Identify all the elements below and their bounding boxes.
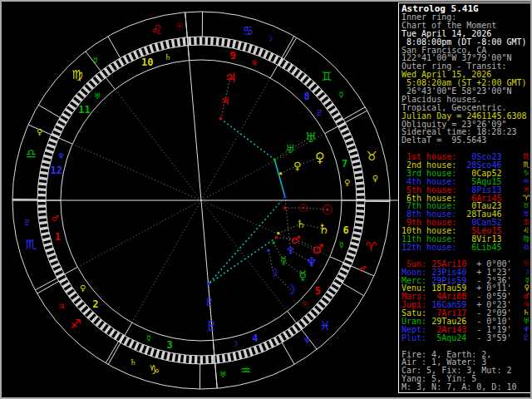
sign-glyph-aries: ♈ — [366, 239, 377, 254]
house-1-ruler-icon: ♂ — [52, 214, 59, 223]
sign-glyph-libra: ♎ — [26, 146, 37, 161]
sign-ruler-capricorn-icon: ♄ — [129, 357, 136, 367]
chart-info: Inner ring:Chart of the MomentTue April … — [401, 13, 532, 145]
aspect-line-jupiter-uranus — [220, 119, 274, 160]
mars-position-dot — [275, 236, 278, 239]
transit-venus-glyph: ♀ — [315, 150, 325, 165]
aspect-line-mars-pluto — [209, 238, 277, 284]
sign-ruler-cancer-icon: ☽ — [266, 34, 273, 43]
transit-jupiter-glyph: ♃ — [224, 70, 236, 86]
cusp-line-inner-2 — [77, 200, 201, 267]
pointer-neptune-inner — [285, 197, 290, 250]
summary-line-5: M: 3, N: 7, A: 0, D: 10 — [401, 383, 532, 392]
house-12-ruler-icon: ♆ — [57, 151, 65, 160]
natal-sun-glyph: ☉ — [298, 202, 308, 214]
sign-glyph-leo: ♌ — [151, 22, 162, 37]
house-3-ruler-icon: ☿ — [146, 333, 151, 342]
saturn-position-dot — [277, 232, 279, 234]
uranus-position-dot — [273, 158, 276, 160]
neptune-position-dot — [283, 195, 286, 198]
sign-glyph-virgo: ♍ — [71, 67, 82, 82]
sign-boundary-6 — [108, 37, 121, 58]
sidebar-panel: Astrolog 5.41G Inner ring:Chart of the M… — [398, 2, 532, 393]
sign-glyph-gemini: ♊ — [321, 69, 332, 84]
transit-saturn-glyph: ♄ — [318, 221, 330, 237]
house-number-2: 2 — [92, 298, 98, 310]
natal-neptune-glyph: ♆ — [285, 244, 295, 257]
sign-glyph-pisces: ♓ — [319, 318, 330, 333]
sign-ruler-leo-icon: ☉ — [175, 22, 183, 31]
house-11-ruler-icon: ♅ — [93, 91, 101, 101]
transit-moon-glyph: ☽ — [284, 282, 296, 298]
cusp-line-inner-9 — [201, 78, 270, 200]
house-number-6: 6 — [343, 224, 349, 236]
transit-pluto-glyph: ♇ — [205, 318, 217, 334]
sign-boundary-10 — [106, 342, 118, 363]
natal-saturn-glyph: ♄ — [296, 218, 306, 230]
planet-row-10-sign-icon: ♇ — [523, 334, 530, 342]
cusp-line-inner-6 — [201, 200, 330, 257]
astrolog-window: ☉☉☽☽☿☿♀♀♂♂♃♃♄♄♅♅♆♆♇♇1♂2♀3☿4☽5☉6☿7♀8♇9♃10… — [0, 0, 532, 399]
house-number-10: 10 — [141, 57, 153, 68]
sign-glyph-capricorn: ♑ — [149, 362, 160, 377]
house-row-12-sign-icon: ♎ — [523, 244, 530, 252]
house-10-ruler-icon: ♄ — [164, 52, 171, 62]
house-6-ruler-icon: ☿ — [339, 240, 344, 249]
house-number-7: 7 — [342, 158, 347, 170]
house-number-8: 8 — [303, 91, 309, 102]
chart-wheel: ☉☉☽☽☿☿♀♀♂♂♃♃♄♄♅♅♆♆♇♇1♂2♀3☿4☽5☉6☿7♀8♇9♃10… — [2, 2, 399, 397]
sign-glyph-aquarius: ♒ — [240, 363, 251, 378]
house-number-9: 9 — [229, 50, 235, 62]
sign-glyph-taurus: ♉ — [366, 149, 377, 164]
cusp-line-9 — [270, 36, 294, 77]
jupiter-position-dot — [219, 117, 222, 120]
transit-neptune-glyph: ♆ — [305, 254, 317, 270]
house-number-12: 12 — [51, 165, 62, 176]
sun-position-dot — [283, 207, 286, 209]
house-number-11: 11 — [78, 104, 90, 116]
sign-boundary-12 — [282, 342, 294, 364]
natal-pluto-glyph: ♇ — [204, 296, 214, 308]
sign-ruler-taurus-icon: ♀ — [372, 174, 378, 183]
transit-uranus-glyph: ♅ — [305, 130, 317, 145]
house-number-3: 3 — [166, 339, 172, 351]
house-table: 1st house: 0Sco23♏ 2nd house: 28Sco46♏ 3… — [401, 153, 532, 252]
element-summary: Fire: 4, Earth: 2,Air : 1, Water: 3Car: … — [401, 351, 532, 392]
pluto-position-dot — [207, 283, 209, 285]
sign-ruler-virgo-icon: ☿ — [93, 56, 98, 65]
house-7-ruler-icon: ♀ — [344, 178, 350, 187]
house-number-4: 4 — [252, 332, 258, 344]
planet-row-10: Plut: 5Aqu24 - 3°59'♇ — [401, 334, 532, 342]
house-number-5: 5 — [315, 285, 321, 297]
house-9-ruler-icon: ♃ — [250, 58, 258, 67]
sign-boundary-1 — [342, 283, 364, 296]
natal-uranus-glyph: ♅ — [285, 143, 295, 155]
house-row-12: 12th house: 6Lib45♎ — [401, 244, 532, 252]
mercury-position-dot — [273, 242, 275, 244]
cusp-line-inner-3 — [132, 200, 201, 323]
sign-boundary-7 — [38, 105, 60, 117]
sign-glyph-sagittarius: ♐ — [70, 317, 81, 332]
sign-ruler-libra-icon: ♀ — [37, 127, 42, 136]
sign-glyph-cancer: ♋ — [243, 23, 254, 38]
sign-ruler-aries-icon: ♂ — [359, 264, 367, 273]
venus-position-dot — [279, 172, 282, 175]
planet-table: Sun: 25Ari10 + 0°00'☉Moon: 23Pis40 + 1°2… — [401, 260, 532, 342]
natal-jupiter-glyph: ♃ — [220, 95, 230, 107]
cusp-line-inner-12 — [72, 144, 201, 200]
house-2-ruler-icon: ♀ — [80, 283, 86, 293]
sign-ruler-gemini-icon: ☿ — [338, 90, 343, 99]
cusp-line-inner-11 — [115, 90, 201, 200]
sign-ruler-aquarius-icon: ♅ — [219, 370, 227, 379]
sign-ruler-pisces-icon: ♆ — [303, 336, 311, 345]
sign-ruler-scorpio-icon: ♇ — [23, 218, 31, 227]
sign-glyph-scorpio: ♏ — [25, 237, 37, 252]
transit-sun-glyph: ☉ — [321, 202, 332, 218]
natal-venus-glyph: ♀ — [293, 160, 302, 172]
sign-ruler-sagittarius-icon: ♃ — [57, 302, 65, 311]
sign-boundary-4 — [284, 37, 297, 59]
natal-moon-glyph: ☽ — [268, 266, 278, 278]
house-5-ruler-icon: ☉ — [302, 300, 309, 309]
house-8-ruler-icon: ♇ — [316, 108, 323, 117]
house-number-1: 1 — [55, 231, 61, 243]
